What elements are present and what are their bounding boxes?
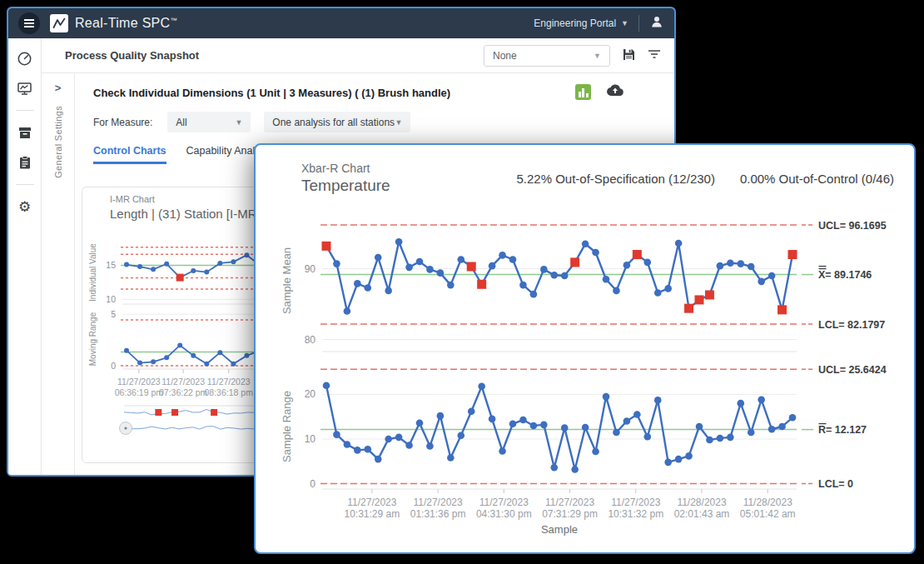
app-logo-icon bbox=[50, 14, 68, 32]
xbar-chart-type-label: Xbar-R Chart bbox=[301, 162, 370, 175]
archive-icon[interactable] bbox=[17, 124, 33, 141]
xbar-chart-title: Temperature bbox=[301, 177, 390, 195]
svg-text:15: 15 bbox=[106, 260, 116, 270]
chevron-down-icon: ▼ bbox=[594, 52, 601, 60]
imr-chart-type-label: I-MR Chart bbox=[110, 194, 155, 204]
chevron-down-icon: ▼ bbox=[235, 118, 242, 127]
svg-text:R= 12.127: R= 12.127 bbox=[818, 424, 867, 436]
svg-text:20: 20 bbox=[305, 388, 316, 400]
xbar-r-chart[interactable]: 8090UCL= 96.1695X= 89.1746LCL= 82.1797Sa… bbox=[271, 202, 912, 545]
template-dropdown[interactable]: None ▼ bbox=[484, 45, 610, 67]
measure-dropdown[interactable]: All ▼ bbox=[167, 112, 251, 132]
svg-text:07:31:29 pm: 07:31:29 pm bbox=[542, 508, 598, 520]
svg-text:Sample: Sample bbox=[541, 523, 578, 536]
svg-text:Sample Range: Sample Range bbox=[281, 391, 293, 462]
xbar-r-window: Xbar-R Chart Temperature 5.22% Out-of-Sp… bbox=[254, 143, 916, 554]
svg-text:11/27/2023: 11/27/2023 bbox=[161, 377, 205, 387]
out-of-control-stat: 0.00% Out-of-Control (0/46) bbox=[740, 172, 894, 186]
svg-text:01:31:36 pm: 01:31:36 pm bbox=[410, 508, 466, 520]
svg-text:11/27/2023: 11/27/2023 bbox=[413, 497, 462, 508]
svg-text:80: 80 bbox=[305, 334, 316, 346]
page-toolbar: Process Quality Snapshot None ▼ bbox=[42, 38, 674, 73]
svg-text:06:36:19 pm: 06:36:19 pm bbox=[115, 387, 164, 397]
tabs: Control Charts Capability Analysis bbox=[93, 145, 273, 164]
svg-text:Moving Range: Moving Range bbox=[88, 312, 97, 366]
chevron-down-icon: ▼ bbox=[395, 118, 402, 127]
svg-text:11/27/2023: 11/27/2023 bbox=[117, 377, 161, 387]
menu-icon[interactable] bbox=[18, 12, 40, 34]
chevron-down-icon: ▼ bbox=[621, 19, 628, 27]
cloud-upload-icon[interactable] bbox=[606, 83, 624, 100]
for-measure-label: For Measure: bbox=[93, 117, 152, 128]
template-dropdown-value: None bbox=[493, 50, 517, 62]
svg-text:UCL= 96.1695: UCL= 96.1695 bbox=[818, 220, 887, 232]
general-settings-label: General Settings bbox=[53, 106, 63, 178]
sidebar-divider bbox=[16, 184, 34, 185]
save-icon[interactable] bbox=[622, 47, 636, 65]
svg-text:5: 5 bbox=[111, 309, 116, 319]
svg-text:Individual Value: Individual Value bbox=[88, 243, 97, 302]
svg-text:10: 10 bbox=[106, 294, 116, 304]
screen: Real-Time SPC™ Engineering Portal ▼ bbox=[0, 0, 924, 564]
bar-chart-button[interactable] bbox=[575, 84, 591, 100]
svg-text:11/27/2023: 11/27/2023 bbox=[611, 497, 660, 508]
portal-dropdown[interactable]: Engineering Portal ▼ bbox=[534, 17, 628, 29]
general-settings-strip: > General Settings bbox=[42, 73, 75, 475]
svg-text:LCL= 82.1797: LCL= 82.1797 bbox=[818, 319, 885, 331]
svg-text:0: 0 bbox=[310, 478, 315, 490]
app-title: Real-Time SPC™ bbox=[75, 16, 177, 31]
xbar-stats: 5.22% Out-of-Specification (12/230) 0.00… bbox=[516, 172, 894, 186]
measure-dropdown-value: All bbox=[176, 117, 186, 128]
analysis-title: Check Individual Dimensions (1 Unit | 3 … bbox=[93, 87, 450, 99]
svg-text:11/27/2023: 11/27/2023 bbox=[479, 497, 529, 508]
svg-text:11/27/2023: 11/27/2023 bbox=[347, 497, 396, 508]
dashboard-gauge-icon[interactable] bbox=[17, 50, 33, 67]
svg-text:0: 0 bbox=[111, 361, 116, 371]
svg-text:X= 89.1746: X= 89.1746 bbox=[818, 269, 872, 281]
svg-text:11/28/2023: 11/28/2023 bbox=[743, 497, 792, 508]
sidebar: ⚙ bbox=[8, 38, 42, 475]
measure-row: For Measure: All ▼ One analysis for all … bbox=[93, 112, 410, 132]
svg-text:UCL= 25.6424: UCL= 25.6424 bbox=[818, 364, 887, 376]
svg-text:10:31:32 pm: 10:31:32 pm bbox=[608, 508, 663, 520]
portal-label: Engineering Portal bbox=[534, 17, 616, 29]
svg-text:10: 10 bbox=[305, 433, 316, 445]
station-analysis-dropdown[interactable]: One analysis for all stations ▼ bbox=[264, 112, 410, 132]
svg-text:07:36:22 pm: 07:36:22 pm bbox=[159, 387, 208, 397]
sidebar-divider bbox=[16, 110, 34, 111]
svg-text:11/27/2023: 11/27/2023 bbox=[207, 377, 251, 387]
expand-chevron-icon[interactable]: > bbox=[55, 82, 62, 94]
header-divider bbox=[638, 15, 639, 32]
svg-text:02:01:43 am: 02:01:43 am bbox=[674, 508, 730, 520]
svg-text:08:36:18 pm: 08:36:18 pm bbox=[205, 387, 254, 397]
svg-text:11/27/2023: 11/27/2023 bbox=[545, 497, 594, 508]
clipboard-icon[interactable] bbox=[17, 154, 33, 171]
station-dropdown-value: One analysis for all stations bbox=[272, 117, 395, 128]
out-of-spec-stat: 5.22% Out-of-Specification (12/230) bbox=[516, 172, 714, 186]
svg-text:04:31:30 pm: 04:31:30 pm bbox=[476, 508, 532, 520]
trademark: ™ bbox=[170, 17, 176, 24]
svg-text:90: 90 bbox=[305, 263, 316, 275]
page-title: Process Quality Snapshot bbox=[65, 49, 199, 62]
svg-text:10:31:29 am: 10:31:29 am bbox=[344, 508, 400, 520]
svg-text:LCL= 0: LCL= 0 bbox=[818, 478, 853, 490]
user-icon[interactable] bbox=[649, 14, 664, 32]
settings-gear-icon[interactable]: ⚙ bbox=[17, 198, 33, 215]
filter-icon[interactable] bbox=[648, 47, 661, 64]
tab-control-charts[interactable]: Control Charts bbox=[93, 145, 166, 164]
svg-text:05:01:42 am: 05:01:42 am bbox=[740, 508, 796, 520]
svg-text:Sample Mean: Sample Mean bbox=[281, 247, 293, 314]
svg-text:11/28/2023: 11/28/2023 bbox=[677, 497, 726, 508]
app-header: Real-Time SPC™ Engineering Portal ▼ bbox=[8, 8, 674, 38]
monitor-chart-icon[interactable] bbox=[17, 80, 33, 97]
